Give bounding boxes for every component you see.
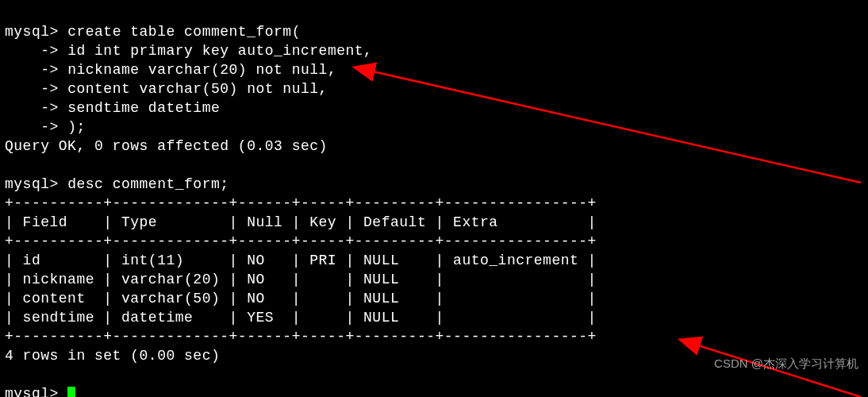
table-border: +----------+-------------+------+-----+-… xyxy=(5,195,597,211)
cont-prompt: -> xyxy=(5,62,59,78)
cont-prompt: -> xyxy=(5,43,59,59)
terminal-output: mysql> create table comment_form( -> id … xyxy=(0,0,868,397)
prompt: mysql> xyxy=(5,176,59,192)
sql-desc: desc comment_form; xyxy=(67,176,229,192)
cont-prompt: -> xyxy=(5,81,59,97)
sql-create-line: create table comment_form( xyxy=(67,24,301,40)
cont-prompt: -> xyxy=(5,100,59,116)
sql-close: ); xyxy=(67,119,86,135)
query-ok: Query OK, 0 rows affected (0.03 sec) xyxy=(5,138,328,154)
table-row: | content | varchar(50) | NO | | NULL | … xyxy=(5,291,597,306)
table-border: +----------+-------------+------+-----+-… xyxy=(5,233,597,249)
cursor-icon[interactable] xyxy=(67,387,75,397)
table-row: | nickname | varchar(20) | NO | | NULL |… xyxy=(5,272,597,287)
cont-prompt: -> xyxy=(5,119,59,135)
table-row: | id | int(11) | NO | PRI | NULL | auto_… xyxy=(5,252,597,268)
table-header: | Field | Type | Null | Key | Default | … xyxy=(5,214,597,230)
sql-col-sendtime: sendtime datetime xyxy=(67,100,220,116)
prompt[interactable]: mysql> xyxy=(5,386,59,397)
watermark-text: CSDN @杰深入学习计算机 xyxy=(714,354,858,373)
rows-summary: 4 rows in set (0.00 sec) xyxy=(5,348,220,364)
table-border: +----------+-------------+------+-----+-… xyxy=(5,329,597,345)
sql-col-nickname: nickname varchar(20) not null, xyxy=(67,62,336,78)
prompt: mysql> xyxy=(5,24,59,40)
sql-col-content: content varchar(50) not null, xyxy=(67,81,328,97)
sql-col-id: id int primary key auto_increment, xyxy=(67,43,372,59)
table-row: | sendtime | datetime | YES | | NULL | | xyxy=(5,310,597,326)
